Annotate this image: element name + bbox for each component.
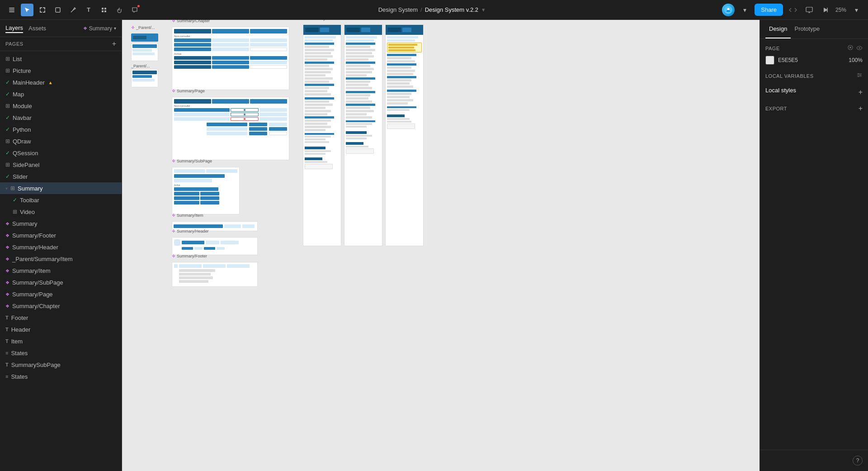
page-label: Summary/Chapter [12, 303, 60, 309]
page-item-summarysubpage[interactable]: T SummarySubPage [0, 359, 122, 371]
svg-point-24 [860, 75, 861, 76]
page-item-summary-chapter[interactable]: ❖ Summary/Chapter [0, 300, 122, 312]
chapter-content: Non-consulté [172, 27, 289, 90]
local-variables-settings-icon[interactable] [856, 72, 863, 80]
svg-rect-11 [56, 8, 60, 12]
page-item-toolbar[interactable]: ✓ Toolbar [7, 194, 122, 206]
check-icon: ✓ [5, 79, 10, 86]
page-item-video[interactable]: ⊞ Video [7, 206, 122, 218]
page-item-states[interactable]: ≡ States [0, 347, 122, 359]
page-label: Slider [13, 173, 28, 180]
active-page-label: Summary [89, 25, 112, 32]
page-item-module[interactable]: ⊞ Module [0, 100, 122, 112]
share-button[interactable]: Share [755, 4, 783, 16]
check-icon: ✓ [5, 150, 10, 156]
page-item-summary-header[interactable]: ❖ Summary/Header [0, 241, 122, 253]
page-item-map[interactable]: ✓ Map [0, 88, 122, 100]
header-content [172, 237, 258, 255]
zoom-level[interactable]: 25% [835, 7, 846, 13]
page-item-summary-comp[interactable]: ❖ Summary [0, 218, 122, 229]
page-label: SidePanel [13, 162, 39, 168]
page-item-navbar[interactable]: ✓ Navbar [0, 112, 122, 124]
tab-prototype[interactable]: Prototype [791, 20, 823, 38]
page-label: States [11, 373, 28, 380]
check-icon: ✓ [5, 91, 10, 97]
page-label: Summary/Page [12, 291, 53, 298]
frame-tool-icon[interactable] [36, 4, 49, 16]
grid-icon: ⊞ [13, 209, 17, 215]
zoom-chevron-icon[interactable]: ▾ [850, 4, 863, 16]
page-label: Picture [13, 67, 31, 74]
pages-list: ⊞ List ⊞ Picture ✓ MainHeader ▲ ✓ Map ⊞ … [0, 51, 122, 471]
page-item-list[interactable]: ⊞ List [0, 53, 122, 65]
add-page-button[interactable]: + [112, 40, 116, 48]
component-icon: ❖ [5, 280, 9, 285]
components-tool-icon[interactable] [98, 4, 110, 16]
page-item-python[interactable]: ✓ Python [0, 124, 122, 135]
page-item-summary[interactable]: ▾ ⊞ Summary [0, 182, 122, 194]
active-page-indicator[interactable]: ❖ Summary ▾ [83, 25, 116, 32]
comment-tool-icon[interactable] [128, 4, 141, 16]
page-settings-icon[interactable] [847, 44, 854, 52]
svg-rect-18 [806, 7, 812, 12]
shape-tool-icon[interactable] [52, 4, 64, 16]
svg-point-22 [859, 47, 860, 48]
svg-point-23 [858, 73, 859, 74]
pen-tool-icon[interactable] [67, 4, 80, 16]
right-panel-tabs: Design Prototype [760, 20, 868, 39]
grid-icon: ⊞ [10, 185, 15, 191]
toolbar-right: ▾ Share 25% ▾ [722, 4, 863, 16]
pages-label: Pages [5, 41, 24, 47]
share-dropdown-icon[interactable]: ▾ [738, 4, 751, 16]
grid-icon: ⊞ [5, 56, 10, 62]
code-icon[interactable] [787, 4, 799, 16]
page-item-header[interactable]: T Header [0, 324, 122, 335]
lines-icon: ≡ [5, 374, 8, 379]
tab-design[interactable]: Design [765, 20, 791, 38]
page-item-summary-page[interactable]: ❖ Summary/Page [0, 288, 122, 300]
page-item-footer[interactable]: T Footer [0, 312, 122, 324]
page-section: Page [765, 44, 863, 65]
toolbar: T Design System / Desig [0, 0, 868, 20]
component-icon: ❖ [5, 221, 9, 226]
page-item-slider[interactable]: ✓ Slider [0, 171, 122, 182]
page-item-parent-summary-item[interactable]: ❖ _Parent/Summary/Item [0, 253, 122, 265]
page-label: SummarySubPage [11, 362, 61, 368]
export-section: Export + [765, 105, 863, 113]
page-color-swatch[interactable] [765, 56, 774, 65]
page-item-summary-subpage[interactable]: ❖ Summary/SubPage [0, 276, 122, 288]
page-item-qdraw[interactable]: ⊞ QDraw [0, 135, 122, 147]
svg-rect-13 [104, 8, 106, 10]
select-tool-icon[interactable] [21, 4, 33, 16]
tab-assets[interactable]: Assets [28, 24, 46, 33]
text-tool-icon[interactable]: T [82, 4, 95, 16]
hand-tool-icon[interactable] [113, 4, 126, 16]
page-item-picture[interactable]: ⊞ Picture [0, 65, 122, 76]
present-icon[interactable] [803, 4, 816, 16]
page-item-item[interactable]: T Item [0, 335, 122, 347]
play-icon[interactable] [819, 4, 832, 16]
component-icon: ❖ [5, 257, 9, 262]
page-item-summary-item[interactable]: ❖ Summary/Item [0, 265, 122, 276]
page-item-qsession[interactable]: ✓ QSession [0, 147, 122, 159]
summary-page-label: ❖ Summary/Page [172, 89, 205, 93]
page-eye-icon[interactable] [856, 45, 863, 52]
chevron-down-icon: ▾ [5, 186, 8, 191]
export-add-button[interactable]: + [859, 105, 863, 113]
page-item-mainheader[interactable]: ✓ MainHeader ▲ [0, 76, 122, 88]
help-icon[interactable]: ? [853, 456, 863, 466]
summary-header-label: ❖ Summary/Header [172, 229, 209, 233]
local-styles-add-button[interactable]: + [859, 88, 863, 96]
parent-label-2: _Parent/... [131, 64, 158, 68]
page-item-summary-footer[interactable]: ❖ Summary/Footer [0, 229, 122, 241]
svg-rect-8 [40, 10, 41, 13]
page-label: QDraw [13, 138, 31, 145]
page-color-row: E5E5E5 100% [765, 56, 863, 65]
menu-icon[interactable] [5, 4, 18, 16]
page-item-states2[interactable]: ≡ States [0, 371, 122, 382]
tab-layers[interactable]: Layers [5, 24, 23, 33]
svg-rect-7 [40, 7, 41, 10]
breadcrumb: Design System / Design System v.2.2 ▾ [378, 6, 485, 13]
page-item-sidepanel[interactable]: ⊞ SidePanel [0, 159, 122, 171]
canvas[interactable]: ❖ _Parent/... _Parent/... [122, 20, 760, 471]
